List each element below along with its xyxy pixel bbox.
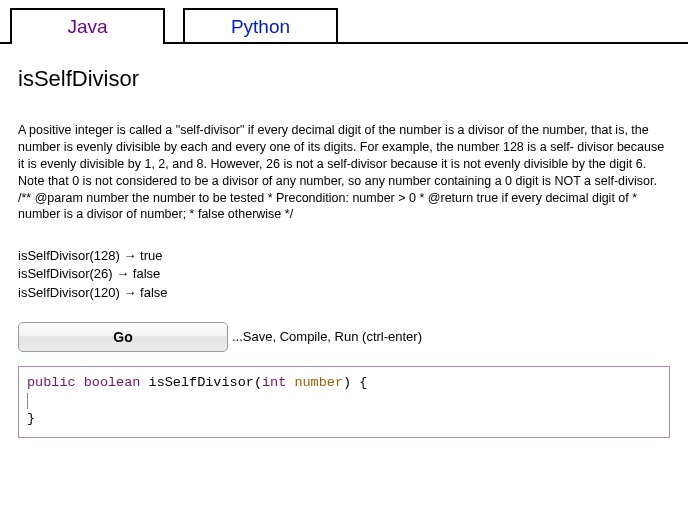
code-editor[interactable]: public boolean isSelfDivisor(int number)… — [18, 366, 670, 439]
example-line: isSelfDivisor(120) → false — [18, 284, 670, 302]
problem-title: isSelfDivisor — [18, 66, 670, 92]
code-line-1: public boolean isSelfDivisor(int number)… — [27, 373, 661, 393]
close-sig: ) { — [343, 375, 367, 390]
go-hint: ...Save, Compile, Run (ctrl-enter) — [232, 329, 422, 344]
go-row: Go ...Save, Compile, Run (ctrl-enter) — [18, 322, 670, 352]
param-name: number — [294, 375, 343, 390]
tab-java[interactable]: Java — [10, 8, 165, 42]
example-line: isSelfDivisor(26) → false — [18, 265, 670, 283]
example-line: isSelfDivisor(128) → true — [18, 247, 670, 265]
go-button[interactable]: Go — [18, 322, 228, 352]
problem-description: A positive integer is called a "self-div… — [18, 122, 670, 223]
language-tabs: Java Python — [0, 8, 688, 44]
keyword-int: int — [262, 375, 286, 390]
keyword-boolean: boolean — [84, 375, 141, 390]
open-paren: ( — [254, 375, 262, 390]
function-name: isSelfDivisor — [149, 375, 254, 390]
examples-block: isSelfDivisor(128) → true isSelfDivisor(… — [18, 247, 670, 302]
keyword-public: public — [27, 375, 76, 390]
cursor-line — [27, 393, 661, 409]
tab-python[interactable]: Python — [183, 8, 338, 42]
main-content: isSelfDivisor A positive integer is call… — [0, 44, 688, 438]
code-line-close: } — [27, 409, 661, 429]
